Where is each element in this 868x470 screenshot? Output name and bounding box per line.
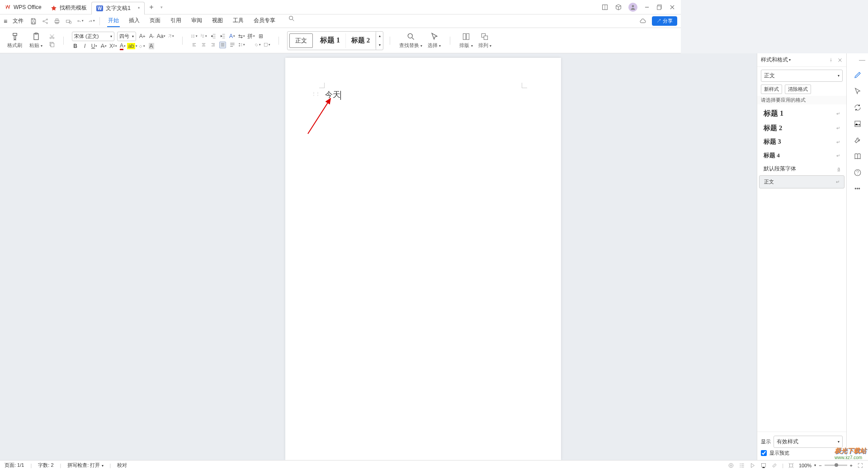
paste-button[interactable]: 粘贴 ▾ (27, 32, 45, 49)
tab-expand-icon[interactable]: ▾ (160, 5, 163, 9)
line-spacing-icon[interactable] (238, 42, 245, 48)
cut-icon[interactable] (49, 33, 55, 40)
svg-line-29 (412, 38, 414, 40)
tab-tools[interactable]: 工具 (232, 15, 245, 27)
style-normal[interactable]: 正文 (289, 33, 313, 48)
cloud-icon[interactable] (639, 18, 646, 25)
title-bar: WPS Office 找稻壳模板 W 文字文稿1 • + ▾ (0, 0, 681, 14)
svg-rect-5 (657, 6, 661, 9)
size-select[interactable]: 四号▾ (117, 32, 136, 41)
tab-modified-icon[interactable]: • (138, 5, 140, 11)
indent-dec-icon[interactable] (210, 33, 217, 40)
user-avatar[interactable] (628, 3, 637, 12)
tab-template[interactable]: 找稻壳模板 (46, 2, 91, 14)
style-gallery: 正文 标题 1 标题 2 ▴ ▾ (287, 31, 383, 50)
format-brush-button[interactable]: 格式刷 (5, 32, 25, 49)
svg-text:2: 2 (201, 35, 202, 37)
svg-rect-31 (467, 33, 469, 39)
share-button[interactable]: ↗ 分享 (652, 16, 677, 26)
align-center-icon[interactable] (200, 42, 207, 48)
align-justify-icon[interactable] (219, 42, 226, 48)
char-shading-icon[interactable]: A (148, 43, 155, 50)
clear-format-icon[interactable] (167, 33, 174, 40)
superscript-icon[interactable]: X² (110, 43, 117, 50)
panel-icon[interactable] (601, 4, 609, 11)
close-icon[interactable] (669, 4, 675, 10)
bullets-icon[interactable] (191, 33, 198, 40)
find-replace-button[interactable]: 查找替换 ▾ (396, 32, 425, 49)
arrange-button[interactable]: 排列 ▾ (476, 32, 494, 49)
redo-button[interactable] (88, 18, 95, 24)
tab-insert[interactable]: 插入 (128, 15, 141, 27)
tab-member[interactable]: 会员专享 (253, 15, 276, 27)
svg-point-6 (43, 20, 44, 22)
tab-view[interactable]: 视图 (211, 15, 224, 27)
search-icon[interactable] (288, 15, 295, 22)
svg-point-14 (289, 16, 293, 20)
svg-rect-33 (484, 36, 487, 39)
save-icon[interactable] (30, 18, 37, 25)
ribbon-tabs: 开始 插入 页面 引用 审阅 视图 工具 会员专享 (107, 15, 295, 27)
layout-button[interactable]: 排版 ▾ (457, 32, 475, 49)
font-select[interactable]: 宋体 (正文)▾ (72, 32, 114, 41)
underline-icon[interactable]: U (91, 43, 98, 50)
italic-icon[interactable]: I (81, 43, 88, 50)
minimize-icon[interactable] (644, 4, 650, 10)
svg-point-8 (47, 22, 48, 24)
share-icon[interactable] (42, 18, 49, 25)
page[interactable]: ⋮⋮ 今天 (285, 58, 561, 367)
borders-icon[interactable] (264, 42, 270, 48)
bold-icon[interactable]: B (72, 43, 79, 50)
font-color-icon[interactable]: A (119, 43, 126, 50)
svg-point-7 (47, 19, 48, 20)
svg-rect-21 (51, 43, 54, 47)
para-shading-icon[interactable] (254, 42, 261, 48)
document-area[interactable]: ⋮⋮ 今天 (0, 53, 681, 367)
text-effects-icon[interactable]: A (229, 33, 236, 40)
print-preview-icon[interactable] (65, 18, 72, 25)
app-name-label: WPS Office (14, 4, 42, 10)
svg-rect-27 (264, 43, 268, 47)
file-menu[interactable]: ≡ 文件 (4, 16, 25, 26)
strike-icon[interactable]: A (100, 43, 107, 50)
svg-point-2 (632, 5, 634, 7)
cube-icon[interactable] (615, 4, 622, 11)
svg-point-22 (192, 35, 192, 35)
numbering-icon[interactable]: 12 (200, 33, 207, 40)
paragraph-handle[interactable]: ⋮⋮ (311, 91, 320, 96)
highlight-icon[interactable]: ab (129, 43, 136, 50)
svg-rect-12 (66, 20, 70, 22)
svg-line-34 (308, 99, 330, 134)
tab-review[interactable]: 审阅 (190, 15, 203, 27)
phonetic-icon[interactable]: 拼 (248, 33, 255, 40)
window-controls (601, 3, 681, 12)
print-icon[interactable] (53, 18, 61, 25)
style-h2[interactable]: 标题 2 (346, 33, 376, 48)
tab-home[interactable]: 开始 (107, 15, 120, 27)
shrink-font-icon[interactable]: A- (148, 33, 155, 40)
tab-page[interactable]: 页面 (149, 15, 161, 27)
tab-document[interactable]: W 文字文稿1 • (91, 2, 145, 14)
maximize-icon[interactable] (656, 4, 663, 10)
style-scroll-dn[interactable]: ▾ (376, 41, 383, 50)
undo-button[interactable] (77, 18, 84, 24)
align-left-icon[interactable] (191, 42, 198, 48)
tab-reference[interactable]: 引用 (170, 15, 182, 27)
new-tab-button[interactable]: + (145, 3, 158, 11)
copy-icon[interactable] (49, 41, 55, 47)
change-case-icon[interactable]: Aa (158, 33, 165, 40)
shading-icon[interactable] (138, 43, 145, 50)
align-right-icon[interactable] (210, 42, 217, 48)
style-scroll-up[interactable]: ▴ (376, 32, 383, 41)
svg-rect-10 (56, 19, 58, 20)
grow-font-icon[interactable]: A+ (139, 33, 146, 40)
svg-point-24 (192, 37, 192, 38)
style-h1[interactable]: 标题 1 (315, 33, 346, 48)
document-text[interactable]: 今天 (325, 89, 341, 100)
char-border-icon[interactable]: ⊞ (257, 33, 264, 40)
select-button[interactable]: 选择 ▾ (425, 32, 443, 49)
workspace: ⋮⋮ 今天 样式和格式 ▾ 正文▾ 新样式 清除格式 请选择要应用的格式 标题 … (0, 53, 681, 367)
indent-inc-icon[interactable] (219, 33, 226, 40)
distribute-icon[interactable] (229, 42, 236, 48)
asian-layout-icon[interactable]: ⇆ (238, 33, 245, 40)
